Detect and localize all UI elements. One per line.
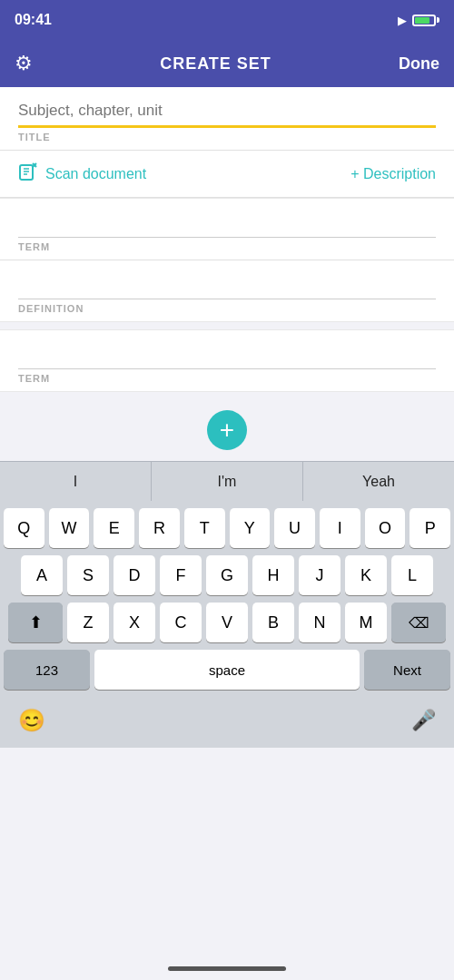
actions-row: Scan document + Description xyxy=(0,151,454,198)
key-e[interactable]: E xyxy=(94,508,134,548)
key-l[interactable]: L xyxy=(391,555,433,595)
num-key[interactable]: 123 xyxy=(4,650,90,690)
backspace-key[interactable]: ⌫ xyxy=(391,603,446,642)
add-btn-container: + xyxy=(0,399,454,461)
key-g[interactable]: G xyxy=(206,555,248,595)
key-h[interactable]: H xyxy=(252,555,294,595)
home-indicator xyxy=(168,966,286,971)
battery-icon xyxy=(412,15,439,26)
term-label-2: TERM xyxy=(18,373,436,384)
term-label-1: TERM xyxy=(18,241,436,252)
title-input[interactable] xyxy=(18,102,436,128)
title-label: TITLE xyxy=(18,132,436,142)
page-title: CREATE SET xyxy=(160,54,271,74)
keyboard-row-2: A S D F G H J K L xyxy=(4,555,450,595)
term-field-2: TERM xyxy=(0,330,454,391)
next-key[interactable]: Next xyxy=(364,650,450,690)
autocomplete-i[interactable]: I xyxy=(0,462,151,501)
key-k[interactable]: K xyxy=(345,555,387,595)
title-section: TITLE xyxy=(0,87,454,151)
keyboard: Q W E R T Y U I O P A S D F G H J K L ⬆ … xyxy=(0,501,454,701)
key-y[interactable]: Y xyxy=(230,508,271,548)
key-s[interactable]: S xyxy=(67,555,109,595)
add-card-button[interactable]: + xyxy=(207,410,247,450)
settings-icon[interactable]: ⚙ xyxy=(15,52,33,75)
status-time: 09:41 xyxy=(15,12,52,28)
key-j[interactable]: J xyxy=(299,555,340,595)
status-bar: 09:41 ▶ xyxy=(0,0,454,40)
flashcard-1: TERM DEFINITION xyxy=(0,198,454,322)
keyboard-row-4: 123 space Next xyxy=(4,650,450,690)
key-v[interactable]: V xyxy=(206,603,248,642)
key-q[interactable]: Q xyxy=(4,508,44,548)
key-d[interactable]: D xyxy=(114,555,155,595)
key-t[interactable]: T xyxy=(184,508,225,548)
status-icons: ▶ xyxy=(398,14,439,27)
scan-document-button[interactable]: Scan document xyxy=(18,162,146,186)
key-z[interactable]: Z xyxy=(67,603,109,642)
keyboard-row-3: ⬆ Z X C V B N M ⌫ xyxy=(4,603,450,642)
shift-key[interactable]: ⬆ xyxy=(8,603,63,642)
autocomplete-yeah[interactable]: Yeah xyxy=(303,462,454,501)
autocomplete-im[interactable]: I'm xyxy=(151,462,303,501)
microphone-icon[interactable]: 🎤 xyxy=(411,709,436,732)
bottom-bar: 😊 🎤 xyxy=(0,701,454,748)
scan-document-label: Scan document xyxy=(45,166,146,182)
definition-label-1: DEFINITION xyxy=(18,303,436,314)
autocomplete-bar: I I'm Yeah xyxy=(0,461,454,501)
flashcard-2: TERM xyxy=(0,329,454,392)
signal-icon: ▶ xyxy=(398,14,407,27)
term-input-1[interactable] xyxy=(18,217,436,238)
key-n[interactable]: N xyxy=(299,603,340,642)
emoji-icon[interactable]: 😊 xyxy=(18,708,45,733)
key-i[interactable]: I xyxy=(320,508,360,548)
key-m[interactable]: M xyxy=(345,603,387,642)
key-c[interactable]: C xyxy=(160,603,202,642)
done-button[interactable]: Done xyxy=(399,54,439,74)
key-x[interactable]: X xyxy=(114,603,155,642)
add-description-button[interactable]: + Description xyxy=(350,166,436,182)
cards-area: TERM DEFINITION TERM + xyxy=(0,198,454,461)
keyboard-row-1: Q W E R T Y U I O P xyxy=(4,508,450,548)
term-field-1: TERM xyxy=(0,199,454,260)
key-w[interactable]: W xyxy=(49,508,90,548)
app-header: ⚙ CREATE SET Done xyxy=(0,40,454,87)
term-input-2[interactable] xyxy=(18,348,436,369)
key-u[interactable]: U xyxy=(274,508,315,548)
definition-field-1: DEFINITION xyxy=(0,260,454,321)
key-f[interactable]: F xyxy=(160,555,202,595)
svg-rect-0 xyxy=(20,165,33,180)
key-b[interactable]: B xyxy=(252,603,294,642)
key-a[interactable]: A xyxy=(21,555,63,595)
key-p[interactable]: P xyxy=(410,508,450,548)
key-o[interactable]: O xyxy=(365,508,406,548)
key-r[interactable]: R xyxy=(139,508,180,548)
definition-input-1[interactable] xyxy=(18,279,436,299)
space-key[interactable]: space xyxy=(94,650,360,690)
scan-icon xyxy=(18,162,38,186)
